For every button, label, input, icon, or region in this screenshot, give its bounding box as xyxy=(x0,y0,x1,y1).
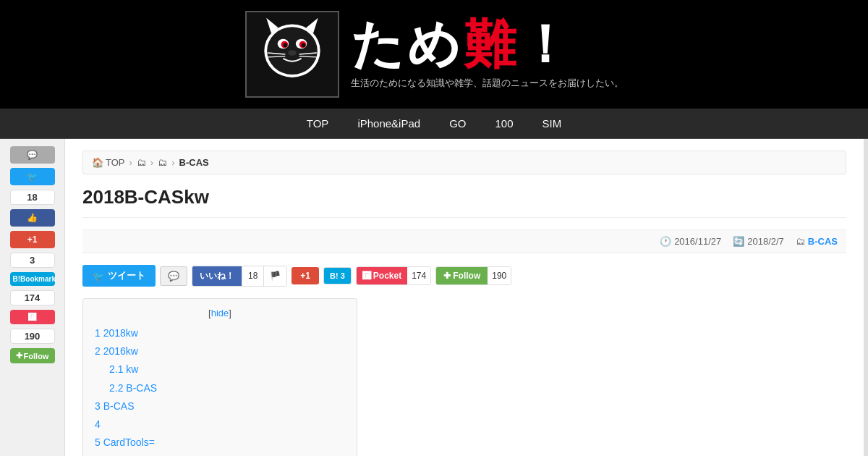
twitter-share-icon: 🐦 xyxy=(93,271,104,282)
article-meta: 🕐 2016/11/27 🔄 2018/2/7 🗂 B-CAS xyxy=(82,229,846,253)
follow-btn[interactable]: ✚ Follow xyxy=(436,267,488,284)
breadcrumb-home[interactable]: 🏠 TOP xyxy=(92,157,125,168)
breadcrumb: 🏠 TOP › 🗂 › 🗂 › B-CAS xyxy=(82,151,846,174)
comment-icon: 💬 xyxy=(27,150,38,160)
pocket-icon-sidebar: 🅿 xyxy=(28,313,36,321)
share-fb-like: いいね！ 18 🏴 xyxy=(192,266,287,287)
right-sidebar xyxy=(864,139,868,456)
nav-iphone[interactable]: iPhone&iPad xyxy=(357,117,420,130)
site-title: ため難！ xyxy=(351,19,624,71)
svg-line-15 xyxy=(299,56,316,57)
nav-top[interactable]: TOP xyxy=(307,117,329,130)
sidebar-twitter-btn[interactable]: 🐦 xyxy=(10,168,55,185)
pocket-btn[interactable]: 🅿 Pocket xyxy=(357,267,407,284)
sidebar-fb-count: 18 xyxy=(10,190,55,205)
breadcrumb-sep1: › xyxy=(129,157,132,168)
breadcrumb-sep3: › xyxy=(171,157,174,168)
pocket-count: 174 xyxy=(407,267,430,284)
svg-line-13 xyxy=(268,56,285,57)
sidebar-facebook-btn[interactable]: 👍 xyxy=(10,209,55,227)
home-icon: 🏠 xyxy=(92,157,103,168)
toc-item-4[interactable]: 4 xyxy=(95,415,345,434)
site-header: ため難！ 生活のためになる知識や雑学、話題のニュースをお届けしたい。 xyxy=(0,0,868,109)
sidebar-follow-btn[interactable]: ✚ Follow xyxy=(10,348,55,363)
pocket-share-icon: 🅿 xyxy=(362,271,371,281)
share-twitter-btn[interactable]: 🐦 ツイート xyxy=(82,265,156,287)
site-logo xyxy=(245,11,339,98)
main-wrapper: 💬 🐦 18 👍 +1 3 B!Bookmark 174 🅿 190 ✚ Fol… xyxy=(0,139,868,456)
toc-item-6[interactable]: 6 CardTools= xyxy=(95,452,345,456)
meta-category: 🗂 B-CAS xyxy=(796,236,838,247)
share-pocket: 🅿 Pocket 174 xyxy=(356,266,431,285)
fb-like-btn[interactable]: いいね！ xyxy=(192,266,242,286)
sidebar-hb-bookmark[interactable]: B!Bookmark xyxy=(10,272,55,286)
thumbsup-icon: 👍 xyxy=(27,213,38,223)
toc-box: [hide] 1 2018kw 2 2016kw 2.1 kw 2.2 B-CA… xyxy=(82,298,357,456)
meta-published: 🕐 2016/11/27 xyxy=(660,236,721,247)
meta-updated: 🔄 2018/2/7 xyxy=(733,236,784,247)
nav-sim[interactable]: SIM xyxy=(542,117,562,130)
hb-btn[interactable]: B! 3 xyxy=(324,268,351,284)
article-title: 2018B-CASkw xyxy=(82,186,846,218)
sidebar-pocket-count: 174 xyxy=(10,290,55,305)
share-bar: 🐦 ツイート 💬 いいね！ 18 🏴 +1 B! 3 🅿 Pocket 17 xyxy=(82,265,846,287)
sidebar-follow-count: 190 xyxy=(10,329,55,344)
nav-100[interactable]: 100 xyxy=(495,117,513,130)
twitter-icon: 🐦 xyxy=(27,172,38,182)
toc-item-1[interactable]: 1 2018kw xyxy=(95,324,345,342)
follow-share-icon: ✚ xyxy=(443,271,451,281)
share-gplus-btn[interactable]: +1 xyxy=(292,267,319,284)
svg-point-7 xyxy=(283,43,287,48)
fb-like-count: 18 xyxy=(242,267,263,284)
share-follow: ✚ Follow 190 xyxy=(435,266,511,285)
breadcrumb-folder1[interactable]: 🗂 xyxy=(137,157,146,168)
svg-point-9 xyxy=(288,50,297,56)
toc-item-3[interactable]: 3 B-CAS xyxy=(95,397,345,415)
toc-toggle-btn[interactable]: hide xyxy=(211,308,229,318)
left-sidebar: 💬 🐦 18 👍 +1 3 B!Bookmark 174 🅿 190 ✚ Fol… xyxy=(0,139,65,456)
svg-point-8 xyxy=(301,43,305,48)
toc-item-2[interactable]: 2 2016kw xyxy=(95,342,345,360)
folder-icon: 🗂 xyxy=(796,236,805,247)
sidebar-gplus-btn[interactable]: +1 xyxy=(10,231,55,248)
folder2-icon: 🗂 xyxy=(158,157,167,168)
breadcrumb-sep2: › xyxy=(150,157,153,168)
category-link[interactable]: B-CAS xyxy=(808,236,838,247)
site-subtitle: 生活のためになる知識や雑学、話題のニュースをお届けしたい。 xyxy=(351,77,624,90)
calendar-icon: 🕐 xyxy=(660,236,671,247)
nav-go[interactable]: GO xyxy=(449,117,466,130)
folder1-icon: 🗂 xyxy=(137,157,146,168)
toc-item-2-2[interactable]: 2.2 B-CAS xyxy=(95,379,345,397)
breadcrumb-folder2[interactable]: 🗂 xyxy=(158,157,167,168)
share-comment-btn[interactable]: 💬 xyxy=(160,266,187,286)
sidebar-pocket-btn[interactable]: 🅿 xyxy=(10,310,55,324)
breadcrumb-current: B-CAS xyxy=(179,157,209,168)
content-area: 🏠 TOP › 🗂 › 🗂 › B-CAS 2018B-CASkw 🕐 2016… xyxy=(65,139,864,456)
share-hb: B! 3 xyxy=(323,267,352,284)
update-icon: 🔄 xyxy=(733,236,744,247)
follow-count: 190 xyxy=(488,267,511,284)
sidebar-hb-count: 3 xyxy=(10,253,55,268)
main-nav: TOP iPhone&iPad GO 100 SIM xyxy=(0,109,868,139)
toc-toggle-area: [hide] xyxy=(95,308,345,318)
toc-item-5[interactable]: 5 CardTools= xyxy=(95,434,345,452)
sidebar-comment-btn[interactable]: 💬 xyxy=(10,146,55,164)
follow-icon-sidebar: ✚ xyxy=(16,351,22,360)
toc-item-2-1[interactable]: 2.1 kw xyxy=(95,360,345,379)
fb-flag-icon: 🏴 xyxy=(264,267,286,284)
